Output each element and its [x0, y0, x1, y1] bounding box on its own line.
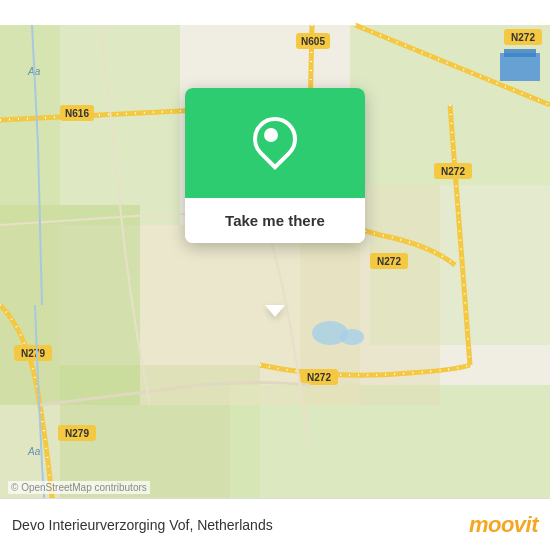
popup-card: Take me there — [185, 88, 365, 243]
svg-text:N272: N272 — [511, 32, 535, 43]
svg-text:N605: N605 — [301, 36, 325, 47]
svg-text:N272: N272 — [377, 256, 401, 267]
svg-text:N272: N272 — [441, 166, 465, 177]
take-me-there-button[interactable]: Take me there — [185, 198, 365, 243]
svg-text:Aa: Aa — [27, 446, 41, 457]
svg-rect-13 — [504, 49, 536, 57]
location-name: Devo Interieurverzorging Vof, Netherland… — [12, 517, 273, 533]
moovit-logo-text: moovit — [469, 512, 538, 538]
popup-header — [185, 88, 365, 198]
info-bar: Devo Interieurverzorging Vof, Netherland… — [0, 498, 550, 550]
svg-text:N279: N279 — [65, 428, 89, 439]
location-pin-icon — [253, 117, 297, 169]
svg-text:N616: N616 — [65, 108, 89, 119]
popup-tail — [265, 305, 285, 317]
map-background: N605 N616 N272 N272 N272 N272 N279 — [0, 0, 550, 550]
svg-point-11 — [340, 329, 364, 345]
moovit-logo: moovit — [469, 512, 538, 538]
location-info: Devo Interieurverzorging Vof, Netherland… — [12, 517, 273, 533]
svg-text:N279: N279 — [21, 348, 45, 359]
map-container[interactable]: N605 N616 N272 N272 N272 N272 N279 — [0, 0, 550, 550]
svg-rect-12 — [500, 53, 540, 81]
svg-text:N272: N272 — [307, 372, 331, 383]
osm-credit: © OpenStreetMap contributors — [8, 481, 150, 494]
